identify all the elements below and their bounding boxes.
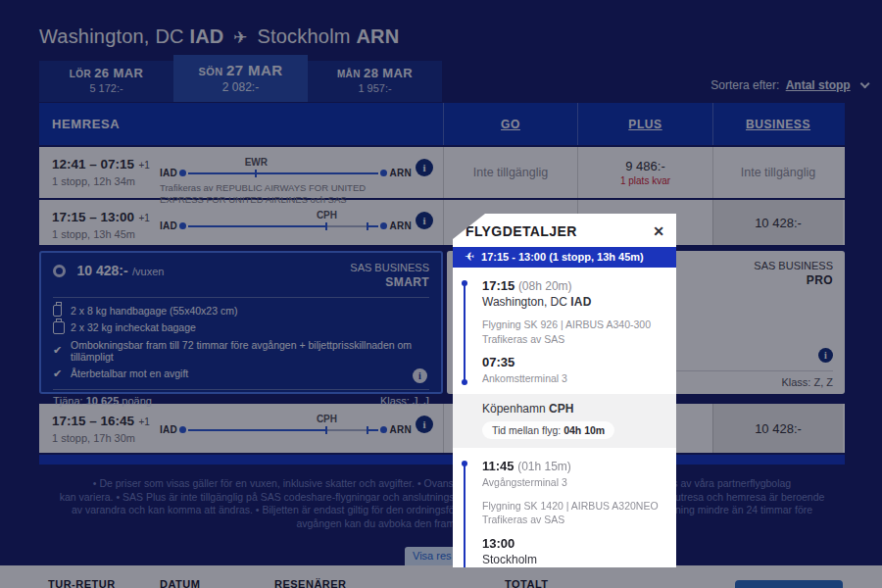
popup-summary: 17:15 - 13:00 (1 stopp, 13h 45m) [481,251,644,263]
popup-title: FLYGDETALJER [466,223,577,239]
close-icon[interactable]: ✕ [653,224,664,238]
leg-2: 11:45 (01h 15m) Avgångsterminal 3 Flygni… [453,448,676,588]
plane-icon: ✈ [465,250,474,264]
popup-summary-bar: ✈ 17:15 - 13:00 (1 stopp, 13h 45m) [453,247,676,268]
departure-terminal: Avgångsterminal 3 [482,475,664,490]
layover-section: Köpenhamn CPH Tid mellan flyg: 04h 10m [453,394,676,448]
flight-number: Flygning SK 1420 | AIRBUS A320NEO [482,499,664,514]
operated-by: Trafikeras av SAS [482,513,664,527]
arrival-terminal: Ankomstterminal 3 [482,371,664,386]
flight-number: Flygning SK 926 | AIRBUS A340-300 [482,318,664,332]
leg-1: 17:15 (08h 20m) Washington, DC IAD Flygn… [453,268,676,394]
flight-details-popup: FLYGDETALJER ✕ ✈ 17:15 - 13:00 (1 stopp,… [453,214,676,567]
layover-time-pill: Tid mellan flyg: 04h 10m [482,421,614,439]
dim-overlay [0,0,882,588]
operated-by: Trafikeras av SAS [482,332,664,347]
